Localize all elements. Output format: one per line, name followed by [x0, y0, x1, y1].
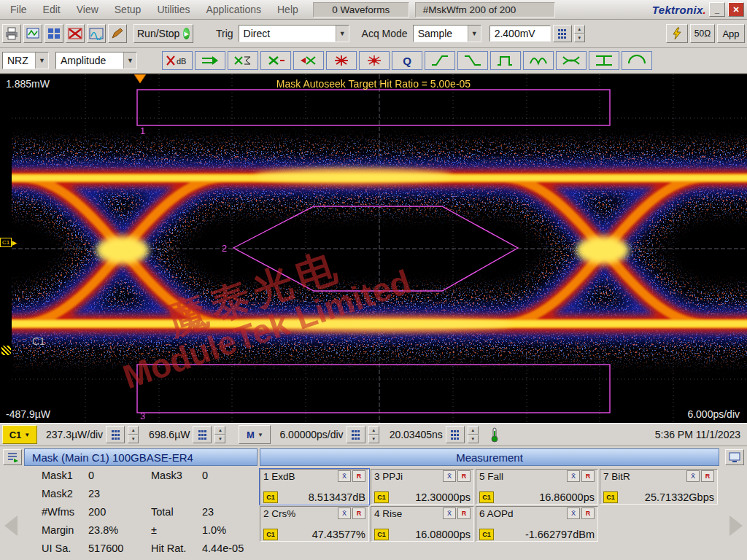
meas-category-dropdown[interactable]: Amplitude ▼ — [55, 52, 137, 69]
waveform-count-field: 0 Waveforms — [313, 2, 409, 18]
measurement-panel-title[interactable]: Measurement — [260, 448, 719, 466]
vertical-scale-value[interactable]: 237.3µW/div — [46, 429, 103, 440]
keypad-icon[interactable] — [347, 426, 365, 443]
termination-50ohm-button[interactable]: 50Ω — [690, 24, 715, 43]
measurement-cell[interactable]: 2 Crs% X̄R C1 47.43577% — [260, 506, 369, 542]
mask1-label: Mask1 — [42, 470, 88, 481]
keypad-icon[interactable] — [106, 426, 125, 443]
stats-icon[interactable]: X̄ — [338, 508, 351, 519]
run-indicator-icon: ▶ — [183, 28, 190, 39]
tile-windows-icon[interactable] — [44, 24, 63, 43]
hardcopy-icon[interactable] — [23, 24, 42, 43]
mask-row: Mask10 Mask30 — [24, 466, 258, 484]
vertical-scale-stepper[interactable]: ▲▼ — [128, 426, 139, 443]
datetime-display: 5:36 PM 11/1/2023 — [655, 429, 740, 440]
duty-cycle-icon[interactable] — [622, 51, 652, 70]
results-area: Mask (Main C1) 100GBASE-ER4 Mask10 Mask3… — [0, 446, 747, 560]
reset-icon[interactable]: R — [352, 470, 365, 482]
horizontal-delay-value[interactable]: 20.03405ns — [390, 429, 443, 440]
annotate-icon[interactable] — [108, 24, 127, 43]
stats-icon[interactable]: X̄ — [443, 470, 456, 482]
eye-diagram-display[interactable]: 1 2 3 1.885mW Mask Autoseek Target Hit R… — [0, 74, 747, 423]
fall-time-icon[interactable] — [457, 51, 488, 70]
run-stop-button[interactable]: Run/Stop ▶ — [133, 24, 193, 43]
timebase-dropdown[interactable]: M▼ — [239, 425, 271, 444]
measurement-cell[interactable]: 1 ExdB X̄R C1 8.513437dB — [260, 469, 369, 505]
measurement-cell[interactable]: 6 AOPd X̄R C1 -1.662797dBm — [476, 506, 598, 542]
minimize-button[interactable]: _ — [709, 2, 725, 17]
mask-row: Mask223 — [24, 484, 258, 502]
menu-utilities[interactable]: Utilities — [150, 2, 197, 17]
mask-count-icon[interactable] — [228, 51, 258, 70]
measurement-name: 2 Crs% — [263, 508, 336, 519]
channel-reference-marker[interactable]: C1▶ — [0, 238, 17, 247]
horizontal-scale-value[interactable]: 6.00000ps/div — [279, 429, 343, 440]
reset-icon[interactable]: R — [581, 508, 595, 519]
mask-align-icon[interactable] — [195, 51, 225, 70]
mask-panel-title[interactable]: Mask (Main C1) 100GBASE-ER4 — [24, 448, 258, 466]
close-button[interactable]: ✕ — [728, 2, 744, 17]
svg-text:dB: dB — [177, 57, 186, 66]
display-config-icon[interactable] — [725, 449, 744, 465]
reset-icon[interactable]: R — [701, 470, 714, 482]
chevron-down-icon: ▼ — [123, 52, 136, 69]
stats-icon[interactable]: X̄ — [567, 508, 580, 519]
mask-icon[interactable] — [66, 24, 85, 43]
reset-icon[interactable]: R — [581, 470, 595, 482]
panel-scroll-right-icon[interactable] — [729, 516, 743, 536]
stats-icon[interactable]: X̄ — [567, 470, 580, 482]
pulse-width-icon[interactable] — [490, 51, 521, 70]
chevron-down-icon: ▼ — [258, 432, 263, 438]
mask3-label: Mask3 — [151, 470, 202, 481]
signal-type-dropdown[interactable]: NRZ ▼ — [2, 52, 49, 69]
chevron-down-icon: ▼ — [336, 26, 349, 42]
rise-time-icon[interactable] — [425, 51, 455, 70]
mask-results-panel: Mask (Main C1) 100GBASE-ER4 Mask10 Mask3… — [24, 448, 258, 557]
keypad-icon[interactable] — [553, 25, 572, 42]
print-icon[interactable] — [2, 24, 21, 43]
period-icon[interactable] — [523, 51, 554, 70]
menu-file[interactable]: File — [3, 2, 34, 17]
app-button[interactable]: App — [717, 24, 745, 43]
horizontal-scale-stepper[interactable]: ▲▼ — [368, 426, 379, 443]
channel-select-dropdown[interactable]: C1▼ — [2, 425, 37, 444]
waveform-capture-icon[interactable] — [87, 24, 106, 43]
q-factor-icon[interactable]: Q — [392, 51, 422, 70]
measurement-cell[interactable]: 5 Fall X̄R C1 16.86000ps — [476, 469, 598, 505]
menu-setup[interactable]: Setup — [107, 2, 149, 17]
keypad-icon[interactable] — [446, 426, 465, 443]
mask-autofit-icon[interactable] — [260, 51, 291, 70]
panel-scroll-left-icon[interactable] — [4, 516, 18, 536]
waveform-hits-icon[interactable] — [326, 51, 357, 70]
trigger-level-stepper[interactable]: ▲▼ — [574, 25, 585, 42]
stats-icon[interactable]: X̄ — [686, 470, 700, 482]
vertical-offset-value[interactable]: 698.6µW — [149, 429, 190, 440]
menu-view[interactable]: View — [69, 2, 106, 17]
stats-icon[interactable]: X̄ — [443, 508, 456, 519]
eye-width-icon[interactable] — [556, 51, 587, 70]
trigger-source-dropdown[interactable]: Direct ▼ — [239, 25, 349, 42]
horizontal-delay-stepper[interactable]: ▲▼ — [468, 426, 479, 443]
measurement-cell[interactable]: 4 Rise X̄R C1 16.08000ps — [371, 506, 474, 542]
stats-icon[interactable]: X̄ — [338, 470, 351, 482]
menu-help[interactable]: Help — [270, 2, 306, 17]
trigger-level-field[interactable]: 2.400mV — [489, 26, 551, 42]
acq-mode-dropdown[interactable]: Sample ▼ — [413, 25, 481, 42]
menu-applications[interactable]: Applications — [199, 2, 269, 17]
measurement-cell[interactable]: 7 BitR X̄R C1 25.71332Gbps — [600, 469, 718, 505]
mask-hits-icon[interactable] — [359, 51, 390, 70]
menu-edit[interactable]: Edit — [36, 2, 68, 17]
keypad-icon[interactable] — [193, 426, 212, 443]
export-results-icon[interactable] — [3, 449, 22, 465]
mask-db-icon[interactable]: dB — [162, 51, 193, 70]
mask1-value: 0 — [88, 470, 151, 481]
reset-icon[interactable]: R — [352, 508, 365, 519]
reset-icon[interactable]: R — [457, 470, 471, 482]
vertical-offset-stepper[interactable]: ▲▼ — [214, 426, 225, 443]
measurement-cell[interactable]: 3 PPJi X̄R C1 12.30000ps — [371, 469, 474, 505]
measurement-name: 5 Fall — [479, 471, 565, 482]
mask-margin-icon[interactable] — [293, 51, 324, 70]
eye-height-icon[interactable] — [589, 51, 619, 70]
reset-icon[interactable]: R — [457, 508, 471, 519]
trigger-lightning-icon[interactable] — [666, 24, 688, 43]
